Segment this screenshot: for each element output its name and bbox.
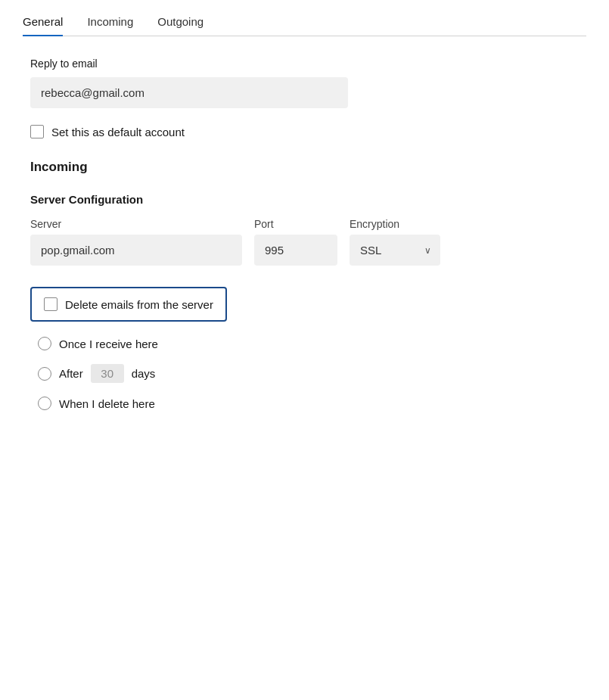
server-config-row: Server Port Encryption SSL TLS None [30,218,579,266]
radio-when-delete-label: When I delete here [59,397,155,410]
radio-once-row: Once I receive here [38,337,579,350]
encryption-select[interactable]: SSL TLS None [350,235,440,266]
port-input[interactable] [254,235,337,266]
encryption-select-wrapper: SSL TLS None [350,235,440,266]
tabs-bar: General Incoming Outgoing [23,0,586,36]
server-config-heading: Server Configuration [30,193,579,206]
radio-once[interactable] [38,337,51,350]
delete-options-list: Once I receive here After days When I de… [30,337,579,410]
days-input[interactable] [91,364,124,383]
radio-after[interactable] [38,367,51,381]
delete-emails-section: Delete emails from the server [30,287,227,322]
default-account-checkbox[interactable] [30,125,44,138]
server-label: Server [30,218,242,230]
tab-incoming[interactable]: Incoming [87,15,133,36]
tab-outgoing[interactable]: Outgoing [157,15,204,36]
encryption-label: Encryption [350,218,440,230]
server-input[interactable] [30,235,242,266]
radio-when-delete[interactable] [38,397,51,410]
delete-emails-checkbox[interactable] [44,297,57,311]
encryption-field-group: Encryption SSL TLS None [350,218,440,266]
port-field-group: Port [254,218,337,266]
default-account-label: Set this as default account [51,126,185,138]
server-field-group: Server [30,218,242,266]
radio-after-label-after: days [132,367,156,380]
radio-after-label-before: After [59,367,83,380]
reply-to-email-label: Reply to email [30,58,579,70]
radio-once-label: Once I receive here [59,338,158,350]
delete-emails-label: Delete emails from the server [65,298,213,311]
radio-when-delete-row: When I delete here [38,397,579,410]
tab-general[interactable]: General [23,15,63,36]
incoming-heading: Incoming [30,160,579,175]
port-label: Port [254,218,337,230]
page-container: General Incoming Outgoing Reply to email… [0,0,609,700]
radio-after-row: After days [38,364,579,383]
reply-to-email-input[interactable] [30,77,348,108]
main-content: Reply to email Set this as default accou… [23,36,586,431]
default-account-row: Set this as default account [30,125,579,138]
